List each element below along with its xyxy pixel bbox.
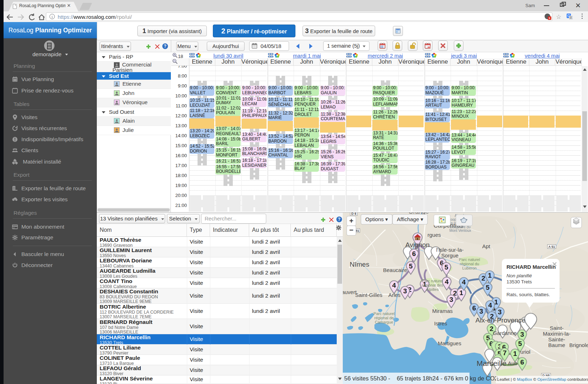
svg-text:l'Isle-sur-la-: l'Isle-sur-la- [436,247,463,253]
svg-text:Maximin-la-: Maximin-la- [543,331,571,337]
svg-text:4: 4 [462,278,466,286]
svg-text:6: 6 [472,304,476,312]
svg-text:3: 3 [450,296,453,303]
svg-text:Baume: Baume [548,342,565,348]
svg-text:4: 4 [488,302,492,309]
svg-text:4: 4 [445,278,449,286]
svg-text:3: 3 [498,308,502,316]
svg-text:Arles: Arles [388,292,400,298]
svg-text:Avignon: Avignon [405,241,430,249]
svg-text:D 6: D 6 [351,213,356,215]
svg-text:1: 1 [460,289,463,297]
svg-text:Rats, souris, blattes.: Rats, souris, blattes. [506,292,550,297]
svg-text:Parc naturel: Parc naturel [459,257,480,262]
svg-text:Options ▾: Options ▾ [365,216,388,222]
svg-text:régional des: régional des [422,283,443,287]
svg-text:Aix-en-Provence: Aix-en-Provence [476,316,525,324]
svg-text:3: 3 [403,287,407,295]
svg-text:Sainte-: Sainte- [548,336,565,342]
svg-text:Apt: Apt [482,243,490,249]
svg-text:Affichage ▾: Affichage ▾ [397,216,423,222]
svg-text:Non planifié: Non planifié [506,273,532,278]
svg-text:3: 3 [520,331,524,338]
svg-text:Mont Ventoux: Mont Ventoux [449,229,471,233]
svg-text:5: 5 [518,340,522,347]
svg-text:5: 5 [409,262,413,270]
svg-text:Gardanne: Gardanne [493,330,517,336]
svg-text:rgues: rgues [427,232,441,238]
svg-text:Luberon: Luberon [462,266,477,270]
svg-text:6: 6 [520,358,524,366]
svg-text:Saint-: Saint- [550,325,563,331]
svg-text:Nîmes: Nîmes [350,261,369,268]
svg-text:Leaflet | © MapBox © OpenStree: Leaflet | © MapBox © OpenStreetMap contr… [497,377,588,382]
svg-text:1: 1 [513,350,517,357]
svg-text:Parc naturel: Parc naturel [422,279,443,283]
svg-text:13530 Trets: 13530 Trets [506,279,532,284]
svg-text:56 visites 55h30 - 65 traje: 56 visites 55h30 - 65 trajets 18h24 - 67… [344,375,498,382]
svg-text:4: 4 [392,282,396,289]
svg-text:Alpilles: Alpilles [426,287,439,292]
svg-text:7: 7 [503,349,507,357]
svg-text:Miramas: Miramas [432,308,453,314]
svg-text:uriol: uriol [520,349,530,355]
svg-text:+: + [349,217,353,225]
svg-text:Marseille: Marseille [477,359,506,367]
svg-text:1: 1 [488,272,492,279]
svg-text:régional du: régional du [460,262,479,266]
svg-text:Istres: Istres [434,320,447,326]
svg-text:5: 5 [486,284,490,291]
svg-text:5: 5 [445,263,448,271]
svg-text:6: 6 [412,250,416,257]
svg-text:régional de: régional de [374,316,394,320]
svg-text:3: 3 [479,308,483,315]
svg-text:A 51: A 51 [548,245,555,249]
svg-text:Camargue: Camargue [375,320,393,324]
svg-text:Sorgue: Sorgue [441,252,458,258]
svg-text:Saint-Gilles: Saint-Gilles [355,292,383,298]
svg-text:Parc naturel: Parc naturel [373,311,394,316]
svg-text:Martigues: Martigues [438,340,461,346]
svg-text:−: − [349,226,353,234]
svg-text:Brignole: Brignole [569,342,588,348]
svg-text:RICHARD Marcellin: RICHARD Marcellin [506,264,556,270]
svg-text:2: 2 [482,274,485,282]
svg-text:Aub: Aub [508,360,518,366]
svg-text:Beaucaire: Beaucaire [383,267,407,273]
